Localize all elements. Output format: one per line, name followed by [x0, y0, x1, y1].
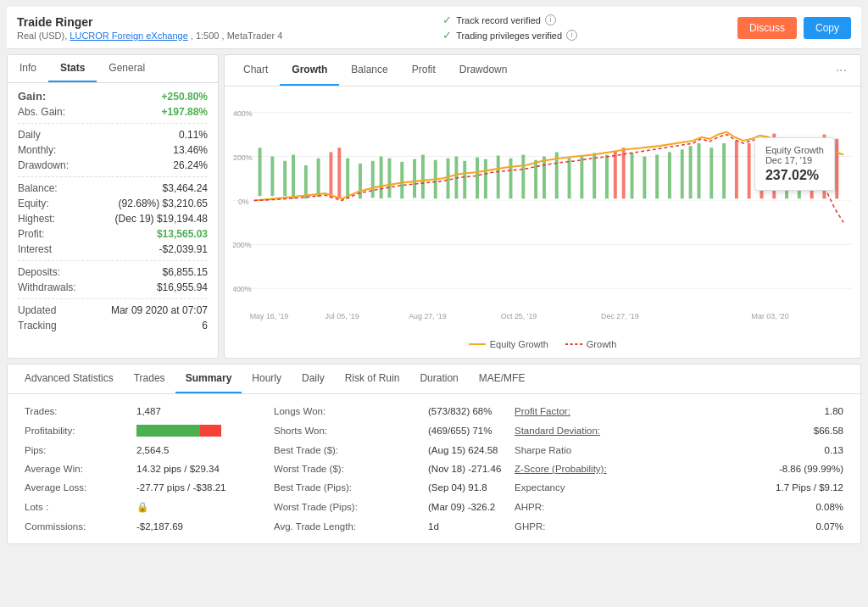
tab-growth[interactable]: Growth [280, 55, 339, 86]
tab-daily[interactable]: Daily [292, 365, 335, 393]
chart-options-icon[interactable]: ··· [829, 56, 854, 85]
svg-text:0%: 0% [238, 197, 249, 205]
verification-status: ✓ Track record verified i ✓ Trading priv… [442, 14, 577, 42]
bar-red [200, 425, 221, 437]
svg-text:-200%: -200% [233, 241, 252, 249]
monthly-label: Monthly: [18, 144, 56, 156]
svg-rect-21 [380, 157, 383, 199]
svg-rect-33 [509, 159, 513, 199]
avg-trade-length-value: 1d [423, 518, 508, 535]
table-row: Average Loss: -27.77 pips / -$38.21 Best… [19, 479, 849, 496]
monthly-value: 13.46% [173, 144, 208, 156]
broker-link[interactable]: LUCROR Foreign eXchange [70, 31, 187, 41]
commissions-value: -$2,187.69 [131, 518, 267, 535]
avg-win-value: 14.32 pips / $29.34 [131, 460, 267, 477]
tab-trades[interactable]: Trades [124, 365, 175, 393]
abs-gain-value: +197.88% [162, 106, 208, 118]
svg-rect-16 [329, 152, 332, 198]
trader-name: Traide Ringer [17, 15, 282, 29]
chart-tabs-row: Chart Growth Balance Profit Drawdown ··· [225, 55, 860, 86]
svg-text:200%: 200% [233, 153, 253, 162]
tab-profit[interactable]: Profit [400, 55, 448, 86]
track-record-info-icon[interactable]: i [545, 14, 556, 25]
growth-chart: 400% 200% 0% -200% -400% [233, 95, 852, 332]
avg-loss-value: -27.77 pips / -$38.21 [131, 479, 267, 496]
svg-rect-29 [463, 161, 466, 199]
track-record-verified: ✓ Track record verified i [442, 14, 577, 26]
updated-label: Updated [18, 304, 56, 316]
svg-rect-24 [413, 159, 416, 198]
equity-row: Equity: (92.68%) $3,210.65 [18, 198, 208, 209]
sharpe-ratio-value: 0.13 [655, 442, 849, 459]
discuss-button[interactable]: Discuss [737, 17, 797, 39]
tab-duration[interactable]: Duration [409, 365, 468, 393]
highest-value: (Dec 19) $19,194.48 [115, 213, 208, 225]
svg-rect-52 [722, 143, 726, 198]
tab-summary[interactable]: Summary [175, 365, 242, 393]
svg-text:Oct 25, '19: Oct 25, '19 [501, 312, 537, 320]
account-type: Real (USD), [17, 31, 67, 41]
left-panel: Info Stats General Gain: +250.80% Abs. G… [7, 54, 219, 359]
pips-label: Pips: [19, 442, 130, 459]
std-dev-label: Standard Deviation: [509, 421, 654, 440]
abs-gain-row: Abs. Gain: +197.88% [18, 106, 208, 118]
pips-value: 2,564.5 [131, 442, 267, 459]
tab-general[interactable]: General [97, 55, 157, 82]
tab-balance[interactable]: Balance [339, 55, 399, 86]
svg-rect-36 [542, 157, 546, 199]
svg-rect-48 [681, 149, 684, 198]
growth-line-icon [565, 343, 582, 345]
tab-advanced-statistics[interactable]: Advanced Statistics [14, 365, 124, 393]
svg-rect-10 [259, 148, 262, 196]
best-trade-dollar-value: (Aug 15) 624.58 [423, 442, 508, 459]
svg-rect-61 [835, 139, 838, 199]
bottom-tabs: Advanced Statistics Trades Summary Hourl… [8, 365, 860, 394]
table-row: Profitability: Shorts Won: (469/655) 71%… [19, 421, 849, 440]
deposits-value: $6,855.15 [163, 266, 208, 278]
gain-value: +250.80% [162, 91, 208, 103]
svg-text:Aug 27, '19: Aug 27, '19 [409, 312, 447, 320]
profit-value: $13,565.03 [157, 228, 208, 240]
copy-button[interactable]: Copy [804, 17, 851, 39]
svg-rect-15 [317, 159, 320, 198]
svg-rect-38 [568, 159, 571, 199]
svg-rect-50 [698, 143, 701, 198]
svg-rect-42 [614, 151, 617, 198]
profitability-label: Profitability: [19, 421, 130, 440]
lots-label: Lots : [19, 498, 130, 516]
tab-risk-of-ruin[interactable]: Risk of Ruin [335, 365, 410, 393]
balance-row: Balance: $3,464.24 [18, 182, 208, 194]
shorts-won-label: Shorts Won: [269, 421, 421, 440]
tab-hourly[interactable]: Hourly [242, 365, 292, 393]
tab-drawdown[interactable]: Drawdown [448, 55, 520, 86]
page-header: Traide Ringer Real (USD), LUCROR Foreign… [7, 7, 861, 49]
tab-info[interactable]: Info [8, 55, 48, 82]
svg-rect-23 [400, 162, 403, 199]
svg-rect-31 [484, 159, 487, 199]
action-buttons: Discuss Copy [737, 17, 851, 39]
legend-equity-growth: Equity Growth [469, 339, 548, 349]
account-details: , 1:500 , MetaTrader 4 [191, 31, 282, 41]
svg-rect-13 [292, 155, 295, 199]
left-tabs: Info Stats General [8, 55, 218, 83]
tab-stats[interactable]: Stats [48, 55, 97, 82]
svg-rect-44 [631, 153, 634, 198]
table-row: Average Win: 14.32 pips / $29.34 Worst T… [19, 460, 849, 477]
table-row: Trades: 1,487 Longs Won: (573/832) 68% P… [19, 403, 849, 420]
summary-stats-grid: Trades: 1,487 Longs Won: (573/832) 68% P… [8, 394, 860, 543]
svg-text:Mar 03, '20: Mar 03, '20 [752, 312, 789, 320]
svg-rect-40 [593, 153, 596, 198]
svg-text:Dec 27, '19: Dec 27, '19 [601, 312, 639, 320]
tab-chart[interactable]: Chart [231, 55, 280, 86]
trading-privileges-info-icon[interactable]: i [566, 30, 577, 41]
tooltip-value: 237.02% [765, 168, 824, 183]
trader-info: Traide Ringer Real (USD), LUCROR Foreign… [17, 15, 282, 41]
lots-value: 🔒 [131, 498, 267, 516]
chart-container: 400% 200% 0% -200% -400% [225, 86, 860, 358]
svg-text:400%: 400% [233, 109, 253, 118]
daily-row: Daily 0.11% [18, 129, 208, 141]
svg-rect-46 [655, 155, 659, 199]
tab-mae-mfe[interactable]: MAE/MFE [469, 365, 536, 393]
bottom-panel: Advanced Statistics Trades Summary Hourl… [7, 364, 861, 544]
interest-row: Interest -$2,039.91 [18, 243, 208, 255]
